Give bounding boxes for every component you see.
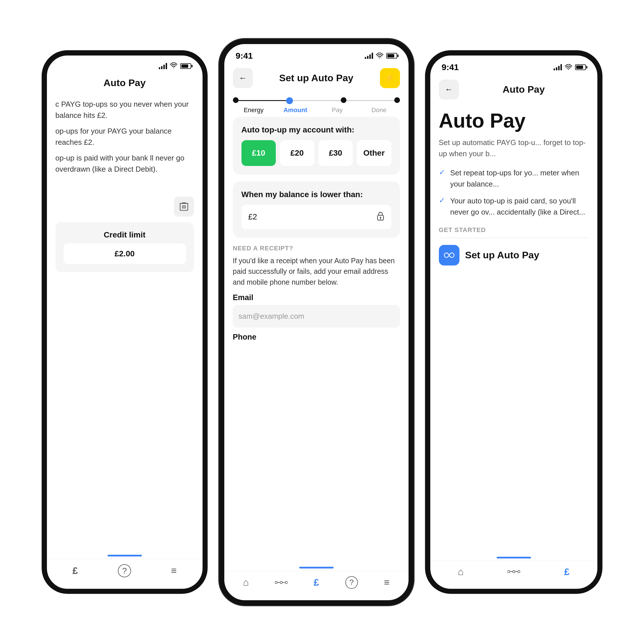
right-back-button[interactable]: ← — [439, 80, 459, 100]
step-energy-dot — [233, 97, 239, 103]
svg-point-17 — [518, 570, 520, 573]
amount-other-button[interactable]: Other — [357, 140, 391, 166]
setup-btn-label: Set up Auto Pay — [465, 249, 539, 261]
right-nav-balance[interactable]: £ — [564, 566, 570, 577]
autopay-btn-icon — [439, 245, 459, 265]
right-nav-title: Auto Pay — [459, 84, 589, 95]
checkmark-1: ✓ — [439, 168, 445, 177]
left-content: c PAYG top-ups so you never when your ba… — [47, 93, 203, 555]
center-battery-icon — [386, 53, 397, 59]
delete-button[interactable] — [174, 197, 194, 217]
help-icon: ? — [118, 564, 131, 577]
check-text-2: Your auto top-up is paid card, so you'll… — [450, 195, 589, 218]
email-placeholder: sam@example.com — [239, 312, 304, 320]
step-label-amount: Amount — [275, 106, 316, 114]
step-pay — [341, 97, 346, 103]
right-status-icons — [554, 63, 586, 72]
left-bottom-indicator — [108, 555, 142, 556]
amount-20-button[interactable]: £20 — [280, 140, 314, 166]
svg-point-11 — [285, 581, 288, 584]
wifi-icon — [170, 62, 177, 70]
balance-title: When my balance is lower than: — [241, 190, 391, 199]
step-label-done: Done — [358, 106, 400, 114]
right-meters-icon — [508, 568, 520, 575]
get-started-label: GET STARTED — [439, 226, 589, 234]
receipt-section: NEED A RECEIPT? If you'd like a receipt … — [233, 245, 400, 342]
signal-icon — [159, 63, 167, 69]
center-wifi-icon — [376, 51, 383, 60]
center-nav-home[interactable]: ⌂ — [243, 577, 249, 588]
balance-nav-icon: £ — [314, 577, 319, 588]
check-item-1: ✓ Set repeat top-ups for yo... meter whe… — [439, 167, 589, 190]
get-started-divider — [439, 238, 589, 238]
svg-point-0 — [173, 67, 174, 68]
left-nav-title: Auto Pay — [56, 77, 194, 88]
menu-icon: ≡ — [171, 565, 177, 576]
left-body-text-1: c PAYG top-ups so you never when your ba… — [56, 99, 194, 121]
center-nav-help[interactable]: ? — [345, 576, 358, 589]
center-nav-header: ← Set up Auto Pay ⚡ — [224, 64, 409, 93]
right-content: Auto Pay Set up automatic PAYG top-u... … — [430, 104, 597, 557]
meters-icon — [275, 579, 288, 586]
center-content: Auto top-up my account with: £10 £20 £30… — [224, 114, 409, 567]
lock-icon — [377, 211, 385, 223]
email-input[interactable]: sam@example.com — [233, 305, 400, 328]
center-nav-meters[interactable] — [275, 579, 288, 586]
right-phone: 9:41 — [425, 50, 603, 594]
right-signal-icon — [554, 64, 562, 70]
step-pay-dot — [341, 97, 346, 103]
topup-title: Auto top-up my account with: — [241, 125, 391, 134]
autopay-desc: Set up automatic PAYG top-u... forget to… — [439, 137, 589, 159]
right-home-icon: ⌂ — [458, 566, 464, 577]
balance-value: £2 — [248, 212, 257, 221]
checkmark-2: ✓ — [439, 196, 445, 205]
left-nav-menu[interactable]: ≡ — [171, 565, 177, 576]
lightning-icon: ⚡ — [385, 73, 395, 83]
amount-10-button[interactable]: £10 — [241, 140, 276, 166]
right-nav-header: ← Auto Pay — [430, 75, 597, 104]
step-line-3 — [346, 100, 394, 101]
center-bottom-indicator — [299, 567, 334, 568]
amount-30-button[interactable]: £30 — [318, 140, 353, 166]
left-nav-balance[interactable]: £ — [72, 565, 78, 576]
credit-value: £2.00 — [64, 243, 186, 264]
step-amount — [286, 97, 293, 104]
center-bottom-nav: ⌂ £ ? ≡ — [224, 571, 409, 600]
right-battery-icon — [575, 64, 586, 70]
infinity-icon — [444, 252, 454, 258]
svg-point-16 — [508, 570, 510, 573]
left-body-text-3: op-up is paid with your bank ll never go… — [56, 152, 194, 175]
step-labels: Energy Amount Pay Done — [224, 104, 409, 114]
right-status-bar: 9:41 — [430, 56, 597, 75]
phone-label: Phone — [233, 333, 400, 342]
left-bottom-nav: £ ? ≡ — [47, 559, 203, 589]
setup-autopay-button[interactable]: Set up Auto Pay — [439, 245, 589, 265]
receipt-label: NEED A RECEIPT? — [233, 245, 400, 252]
menu-nav-icon: ≡ — [384, 577, 390, 588]
check-text-1: Set repeat top-ups for yo... meter when … — [450, 167, 589, 190]
center-nav-balance[interactable]: £ — [314, 577, 319, 588]
left-nav-header: Auto Pay — [47, 73, 203, 93]
center-time: 9:41 — [236, 51, 253, 61]
center-nav-menu[interactable]: ≡ — [384, 577, 390, 588]
svg-point-15 — [568, 69, 569, 70]
right-nav-home[interactable]: ⌂ — [458, 566, 464, 577]
center-action-button[interactable]: ⚡ — [380, 68, 400, 88]
center-status-bar: 9:41 — [224, 44, 409, 64]
check-item-2: ✓ Your auto top-up is paid card, so you'… — [439, 195, 589, 218]
scene: Auto Pay c PAYG top-ups so you never whe… — [0, 0, 644, 644]
right-time: 9:41 — [442, 62, 459, 72]
balance-input-row: £2 — [241, 205, 391, 229]
battery-icon — [180, 63, 191, 69]
svg-point-10 — [275, 581, 277, 584]
step-done-dot — [394, 97, 400, 103]
right-nav-meters[interactable] — [508, 568, 520, 575]
svg-point-8 — [380, 217, 381, 218]
step-energy — [233, 97, 239, 103]
credit-section: Credit limit £2.00 — [56, 222, 194, 272]
balance-card: When my balance is lower than: £2 — [233, 181, 400, 238]
step-line-1 — [239, 100, 286, 101]
help-nav-icon: ? — [345, 576, 358, 589]
left-nav-help[interactable]: ? — [118, 564, 131, 577]
center-back-button[interactable]: ← — [233, 68, 253, 88]
